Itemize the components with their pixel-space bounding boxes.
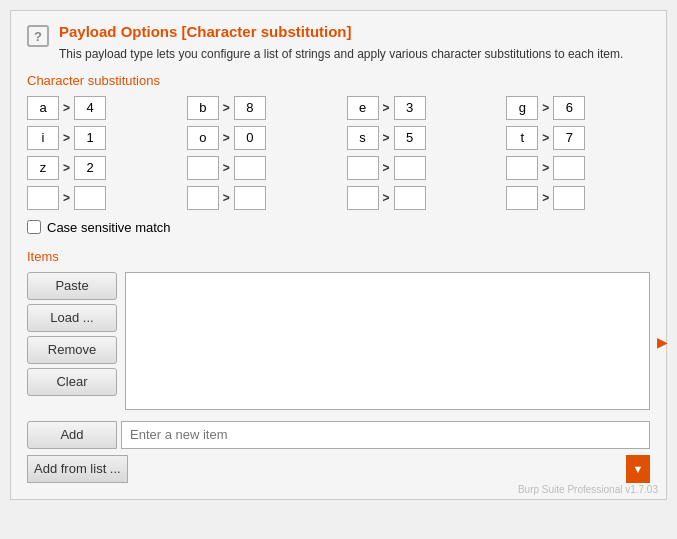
- subst-pair-empty4: >: [27, 186, 171, 210]
- subst-pair-o: >: [187, 126, 331, 150]
- arrow-empty6: >: [383, 191, 390, 205]
- subst-pair-i: >: [27, 126, 171, 150]
- subst-from-z[interactable]: [27, 156, 59, 180]
- add-row: Add: [27, 421, 650, 449]
- add-input[interactable]: [121, 421, 650, 449]
- subst-from-empty6[interactable]: [347, 186, 379, 210]
- arrow-empty3: >: [542, 161, 549, 175]
- items-listbox[interactable]: [125, 272, 650, 410]
- subst-to-b[interactable]: [234, 96, 266, 120]
- arrow-empty7: >: [542, 191, 549, 205]
- subst-to-empty3[interactable]: [553, 156, 585, 180]
- case-sensitive-label: Case sensitive match: [47, 220, 171, 235]
- arrow-g: >: [542, 101, 549, 115]
- arrow-t: >: [542, 131, 549, 145]
- arrow-s: >: [383, 131, 390, 145]
- subst-pair-empty7: >: [506, 186, 650, 210]
- subst-to-i[interactable]: [74, 126, 106, 150]
- subst-from-empty3[interactable]: [506, 156, 538, 180]
- subst-from-g[interactable]: [506, 96, 538, 120]
- subst-to-t[interactable]: [553, 126, 585, 150]
- subst-to-empty1[interactable]: [234, 156, 266, 180]
- subst-pair-empty2: >: [347, 156, 491, 180]
- clear-button[interactable]: Clear: [27, 368, 117, 396]
- subst-from-s[interactable]: [347, 126, 379, 150]
- add-from-list-wrapper: Add from list ... ▼: [27, 455, 650, 483]
- subst-pair-a: >: [27, 96, 171, 120]
- arrow-empty5: >: [223, 191, 230, 205]
- subst-to-z[interactable]: [74, 156, 106, 180]
- main-container: ? Payload Options [Character substitutio…: [10, 10, 667, 500]
- subst-from-e[interactable]: [347, 96, 379, 120]
- subst-to-g[interactable]: [553, 96, 585, 120]
- items-label: Items: [27, 249, 650, 264]
- char-substitutions-label: Character substitutions: [27, 73, 650, 88]
- arrow-empty1: >: [223, 161, 230, 175]
- subst-pair-e: >: [347, 96, 491, 120]
- subst-from-empty1[interactable]: [187, 156, 219, 180]
- subst-pair-z: >: [27, 156, 171, 180]
- items-section: Paste Load ... Remove Clear ▶: [27, 272, 650, 413]
- dropdown-arrow-icon: ▼: [626, 455, 650, 483]
- header-row: ? Payload Options [Character substitutio…: [27, 23, 650, 63]
- description: This payload type lets you configure a l…: [59, 46, 650, 63]
- case-sensitive-checkbox[interactable]: [27, 220, 41, 234]
- subst-pair-empty3: >: [506, 156, 650, 180]
- arrow-o: >: [223, 131, 230, 145]
- subst-pair-t: >: [506, 126, 650, 150]
- subst-to-empty5[interactable]: [234, 186, 266, 210]
- subst-to-empty7[interactable]: [553, 186, 585, 210]
- case-sensitive-row: Case sensitive match: [27, 220, 650, 235]
- subst-pair-g: >: [506, 96, 650, 120]
- page-title: Payload Options [Character substitution]: [59, 23, 650, 40]
- subst-to-s[interactable]: [394, 126, 426, 150]
- add-from-list-row: Add from list ... ▼: [27, 455, 650, 483]
- subst-to-empty2[interactable]: [394, 156, 426, 180]
- subst-to-empty6[interactable]: [394, 186, 426, 210]
- subst-pair-empty5: >: [187, 186, 331, 210]
- subst-from-empty5[interactable]: [187, 186, 219, 210]
- subst-from-empty4[interactable]: [27, 186, 59, 210]
- subst-from-empty7[interactable]: [506, 186, 538, 210]
- arrow-empty2: >: [383, 161, 390, 175]
- subst-to-empty4[interactable]: [74, 186, 106, 210]
- footer-note: Burp Suite Professional v1.7.03: [518, 484, 658, 495]
- arrow-i: >: [63, 131, 70, 145]
- arrow-z: >: [63, 161, 70, 175]
- arrow-empty4: >: [63, 191, 70, 205]
- arrow-b: >: [223, 101, 230, 115]
- subst-from-t[interactable]: [506, 126, 538, 150]
- add-from-list-select[interactable]: Add from list ...: [27, 455, 128, 483]
- subst-pair-empty6: >: [347, 186, 491, 210]
- arrow-e: >: [383, 101, 390, 115]
- paste-button[interactable]: Paste: [27, 272, 117, 300]
- subst-from-a[interactable]: [27, 96, 59, 120]
- subst-pair-empty1: >: [187, 156, 331, 180]
- subst-to-o[interactable]: [234, 126, 266, 150]
- subst-pair-b: >: [187, 96, 331, 120]
- subst-from-empty2[interactable]: [347, 156, 379, 180]
- load-button[interactable]: Load ...: [27, 304, 117, 332]
- subst-from-o[interactable]: [187, 126, 219, 150]
- subst-to-a[interactable]: [74, 96, 106, 120]
- remove-button[interactable]: Remove: [27, 336, 117, 364]
- header-content: Payload Options [Character substitution]…: [59, 23, 650, 63]
- arrow-a: >: [63, 101, 70, 115]
- substitutions-grid: > > > > > > >: [27, 96, 650, 210]
- subst-from-b[interactable]: [187, 96, 219, 120]
- help-icon[interactable]: ?: [27, 25, 49, 47]
- items-list-area: ▶: [125, 272, 650, 413]
- items-buttons: Paste Load ... Remove Clear: [27, 272, 117, 396]
- subst-pair-s: >: [347, 126, 491, 150]
- add-button[interactable]: Add: [27, 421, 117, 449]
- expand-arrow-icon[interactable]: ▶: [657, 334, 668, 350]
- subst-from-i[interactable]: [27, 126, 59, 150]
- subst-to-e[interactable]: [394, 96, 426, 120]
